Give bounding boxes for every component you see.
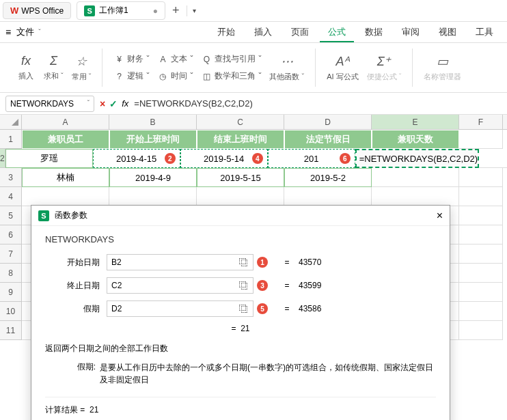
app-button[interactable]: W WPS Office: [3, 2, 71, 19]
row-header-6[interactable]: 6: [0, 225, 22, 244]
cell-c3[interactable]: 2019-5-15: [197, 168, 284, 187]
file-menu[interactable]: 文件: [16, 26, 34, 38]
cell-c2[interactable]: 2019-5-144: [180, 149, 268, 168]
cell-d3[interactable]: 2019-5-2: [284, 168, 372, 187]
cell-a3[interactable]: 林楠: [22, 168, 109, 187]
quick-icon: Σ⁺: [377, 54, 392, 69]
text-button[interactable]: A文本 ˇ: [153, 52, 197, 66]
cell-a1[interactable]: 兼职员工: [22, 130, 109, 149]
cell-f3[interactable]: [459, 168, 503, 187]
formula-input[interactable]: [134, 96, 502, 112]
menu-review[interactable]: 审阅: [394, 23, 428, 41]
row-header-10[interactable]: 10: [0, 302, 22, 321]
common-button[interactable]: ☆常用 ˇ: [68, 51, 96, 85]
file-dropdown-icon[interactable]: ˇ: [38, 29, 40, 36]
workbook-tab[interactable]: S 工作簿1 ●: [77, 1, 165, 20]
cell-d2[interactable]: 2016: [268, 149, 355, 168]
arg-end-input[interactable]: C2 3 ⿻: [107, 277, 254, 294]
col-header-d[interactable]: D: [284, 115, 372, 129]
cell-e2[interactable]: =NETWORKDAYS(B2,C2,D2): [355, 149, 480, 168]
row-header-8[interactable]: 8: [0, 264, 22, 283]
close-button[interactable]: ×: [437, 210, 443, 222]
clock-icon: ◷: [157, 72, 168, 81]
row-header-5[interactable]: 5: [0, 206, 22, 225]
menu-formula[interactable]: 公式: [320, 22, 354, 42]
arg-holiday-input[interactable]: D2 5 ⿻: [107, 300, 254, 317]
name-icon: ▭: [437, 54, 448, 69]
cancel-formula-button[interactable]: ×: [100, 98, 105, 109]
cell-f2[interactable]: [479, 149, 507, 168]
cell-e1[interactable]: 兼职天数: [372, 130, 459, 149]
dialog-titlebar[interactable]: S 函数参数 ×: [31, 206, 450, 226]
text-icon: A: [157, 55, 168, 64]
row-header-7[interactable]: 7: [0, 244, 22, 264]
cell-b2[interactable]: 2019-4-152: [93, 149, 180, 168]
step-badge-3: 3: [257, 280, 268, 291]
cell-b1[interactable]: 开始上班时间: [109, 130, 197, 149]
accept-formula-button[interactable]: ✓: [109, 98, 118, 109]
name-box-value: NETWORKDAYS: [10, 99, 74, 109]
hamburger-icon[interactable]: ≡: [5, 27, 11, 38]
ai-formula-button[interactable]: AᴬAI 写公式: [323, 51, 362, 85]
row-header-2[interactable]: 2: [0, 149, 5, 168]
row-header-1[interactable]: 1: [0, 130, 22, 149]
mid-result: 21: [241, 324, 249, 333]
cell-d1[interactable]: 法定节假日: [284, 130, 372, 149]
menu-insert[interactable]: 插入: [246, 23, 280, 41]
date-button[interactable]: ◷时间 ˇ: [153, 69, 197, 83]
finance-button[interactable]: ¥财务 ˇ: [109, 52, 153, 66]
dialog-title: 函数参数: [55, 210, 87, 221]
function-args-dialog: S 函数参数 × NETWORKDAYS 开始日期 B2 1 ⿻ = 43570…: [31, 205, 450, 420]
cell-c1[interactable]: 结束上班时间: [197, 130, 284, 149]
cell-e3[interactable]: [372, 168, 459, 187]
col-header-a[interactable]: A: [22, 115, 109, 129]
finance-icon: ¥: [113, 55, 124, 64]
quick-formula-button[interactable]: Σ⁺便捷公式 ˇ: [363, 51, 406, 85]
col-header-c[interactable]: C: [197, 115, 284, 129]
col-header-f[interactable]: F: [459, 115, 503, 129]
select-all-corner[interactable]: [0, 115, 22, 129]
row-header-3[interactable]: 3: [0, 168, 22, 187]
logic-button[interactable]: ?逻辑 ˇ: [109, 69, 153, 83]
row-header-4[interactable]: 4: [0, 187, 22, 206]
cell-f1[interactable]: [459, 130, 503, 149]
arg-start-input[interactable]: B2 1 ⿻: [107, 254, 254, 270]
function-name: NETWORKDAYS: [45, 234, 436, 244]
name-box[interactable]: NETWORKDAYS ˇ: [5, 96, 94, 112]
namebox-dropdown-icon[interactable]: ˇ: [87, 100, 90, 107]
menu-view[interactable]: 视图: [430, 23, 465, 41]
sum-button[interactable]: Σ求和 ˇ: [40, 51, 68, 84]
other-fn-button[interactable]: ⋯其他函数 ˇ: [265, 51, 308, 85]
new-tab-button[interactable]: +: [172, 3, 180, 18]
step-badge-1: 1: [257, 257, 268, 268]
insert-fn-button[interactable]: fx插入: [12, 51, 40, 84]
menu-start[interactable]: 开始: [209, 23, 243, 41]
menu-page[interactable]: 页面: [283, 23, 317, 41]
menu-tools[interactable]: 工具: [467, 23, 502, 41]
name-mgr-button[interactable]: ▭名称管理器: [420, 51, 465, 85]
divider: [187, 5, 187, 16]
corner-triangle-icon: [12, 119, 18, 126]
arg-end-result: 43599: [299, 281, 321, 290]
range-picker-icon[interactable]: ⿻: [239, 257, 249, 268]
calc-label: 计算结果 =: [45, 405, 85, 415]
arg-end-label: 终止日期: [45, 280, 100, 292]
star-icon: ☆: [76, 54, 87, 69]
range-picker-icon[interactable]: ⿻: [239, 280, 249, 291]
holiday-key: 假期:: [45, 361, 100, 386]
tabs-dropdown-icon[interactable]: ▾: [193, 7, 196, 14]
row-header-9[interactable]: 9: [0, 283, 22, 302]
cell-a4[interactable]: [22, 187, 109, 206]
wps-logo-icon: W: [10, 5, 18, 16]
range-picker-icon[interactable]: ⿻: [239, 303, 249, 314]
arg-holiday-result: 43586: [299, 304, 321, 313]
math-button[interactable]: ◫数学和三角 ˇ: [197, 69, 265, 83]
row-header-11[interactable]: 11: [0, 321, 22, 340]
col-header-b[interactable]: B: [109, 115, 197, 129]
lookup-button[interactable]: Q查找与引用 ˇ: [197, 52, 265, 66]
cell-a2[interactable]: 罗瑶: [5, 149, 93, 168]
col-header-e[interactable]: E: [372, 115, 459, 129]
cell-b3[interactable]: 2019-4-9: [109, 168, 197, 187]
menu-data[interactable]: 数据: [357, 23, 391, 41]
fx-button[interactable]: fx: [122, 98, 128, 109]
